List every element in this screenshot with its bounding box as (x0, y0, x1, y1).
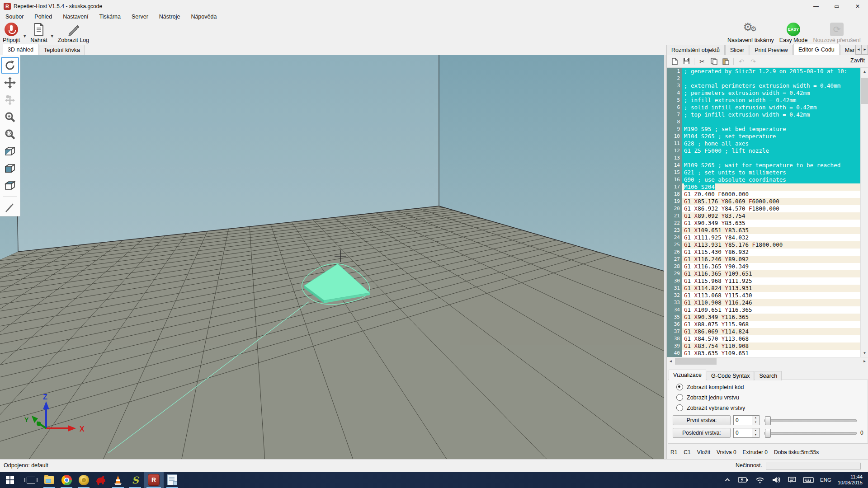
s-app-icon[interactable]: S (127, 472, 144, 488)
gcode-line[interactable]: 30G1 X115.968 Y111.925 (667, 277, 861, 285)
isometric-view-icon[interactable] (1, 143, 19, 160)
load-dropdown-arrow[interactable]: ▼ (50, 34, 54, 38)
gcode-line[interactable]: 23G1 X109.651 Y83.635 (667, 227, 861, 234)
gcode-line[interactable]: 20G1 X86.932 Y84.570 F1800.000 (667, 205, 861, 212)
last-layer-button[interactable]: Poslední vrstva: (673, 428, 731, 438)
vlc-icon[interactable] (109, 472, 127, 488)
gcode-line[interactable]: 4; perimeters extrusion width = 0.42mm (667, 89, 861, 97)
menu-item-pohled[interactable]: Pohled (29, 13, 57, 21)
zoom-fit-tool-icon[interactable] (1, 126, 19, 142)
first-layer-slider[interactable] (764, 416, 857, 425)
gcode-line[interactable]: 31G1 X114.824 Y113.931 (667, 285, 861, 292)
gcode-line[interactable]: 24G1 X111.925 Y84.032 (667, 234, 861, 241)
tab-scroll-left-icon[interactable]: ◄ (855, 45, 862, 55)
gcode-line[interactable]: 38G1 X84.570 Y113.068 (667, 335, 861, 343)
tab-teplotn-k-ivka[interactable]: Teplotní křivka (39, 45, 85, 55)
menu-item-nástroje[interactable]: Nástroje (154, 13, 186, 21)
last-layer-slider[interactable] (764, 428, 857, 437)
tab-3d-n-hled[interactable]: 3D náhled (3, 44, 38, 55)
spinner-arrows[interactable]: ▲▼ (752, 416, 759, 425)
touch-keyboard-icon[interactable] (803, 476, 814, 484)
gold-app-icon[interactable] (75, 472, 92, 488)
start-button[interactable] (0, 472, 20, 488)
scroll-right-icon[interactable]: ► (861, 357, 868, 365)
menu-item-soubor[interactable]: Soubor (0, 13, 29, 21)
scroll-left-icon[interactable]: ◄ (667, 357, 675, 365)
slider-thumb[interactable] (765, 416, 771, 425)
menu-item-nápověda[interactable]: Nápověda (185, 13, 222, 21)
menu-item-tiskárna[interactable]: Tiskárna (94, 13, 126, 21)
menu-item-server[interactable]: Server (126, 13, 154, 21)
gcode-line[interactable]: 1; generated by Slic3r 1.2.9 on 2015-08-… (667, 68, 861, 75)
tab-g-code-syntax[interactable]: G-Code Syntax (707, 371, 754, 380)
gcode-line[interactable]: 40G1 X83.635 Y109.651 (667, 350, 861, 357)
language-indicator[interactable]: ENG (820, 477, 831, 483)
gcode-line[interactable]: 28G1 X116.365 Y90.349 (667, 263, 861, 270)
gcode-line[interactable]: 6; solid infill extrusion width = 0.42mm (667, 104, 861, 111)
clock[interactable]: 11:44 10/08/2015 (838, 474, 863, 486)
gcode-line[interactable]: 16G90 ; use absolute coordinates (667, 176, 861, 183)
gcode-line[interactable]: 14M109 S265 ; wait for temperature to be… (667, 162, 861, 169)
close-button[interactable]: ✕ (847, 0, 868, 12)
paste-icon[interactable] (721, 57, 731, 66)
repetier-host-icon[interactable]: R (144, 472, 164, 488)
gcode-line[interactable]: 5; infill extrusion width = 0.42mm (667, 97, 861, 104)
scroll-up-icon[interactable]: ▲ (861, 68, 868, 75)
volume-icon[interactable] (771, 476, 781, 484)
tab-search[interactable]: Search (755, 371, 782, 380)
spinner-arrows[interactable]: ▲▼ (752, 428, 759, 437)
tab-manu-ln-ovl-d-n-[interactable]: Manuální ovládání (840, 45, 856, 55)
radio-zobrazit-vybran-vrstvy[interactable]: Zobrazit vybrané vrstvy (668, 403, 868, 413)
tab-editor-g-codu[interactable]: Editor G-Codu (793, 44, 840, 55)
gcode-line[interactable]: 36G1 X88.075 Y115.968 (667, 321, 861, 328)
editor-close-button[interactable]: Zavřít (850, 57, 865, 64)
gcode-line[interactable]: 33G1 X110.908 Y116.246 (667, 299, 861, 306)
file-explorer-icon[interactable] (41, 472, 58, 488)
wifi-icon[interactable] (755, 476, 765, 484)
rotate-tool-icon[interactable] (1, 57, 19, 74)
last-layer-spinner[interactable]: 0 ▲▼ (733, 428, 760, 438)
gcode-line[interactable]: 35G1 X90.349 Y116.365 (667, 314, 861, 321)
gcode-line[interactable]: 15G21 ; set units to millimeters (667, 169, 861, 176)
gcode-line[interactable]: 21G1 X89.092 Y83.754 (667, 212, 861, 220)
zoom-in-tool-icon[interactable] (1, 108, 19, 125)
vertical-scroll-thumb[interactable] (861, 78, 868, 104)
gcode-line[interactable]: 34G1 X109.651 Y116.365 (667, 306, 861, 314)
3d-viewport[interactable]: XZY (0, 55, 664, 459)
gcode-line[interactable]: 10M104 S265 ; set temperature (667, 133, 861, 140)
first-layer-spinner[interactable]: 0 ▲▼ (733, 415, 760, 425)
connect-dropdown-arrow[interactable]: ▼ (23, 34, 27, 38)
horizontal-scroll-thumb[interactable] (675, 358, 717, 365)
easy-mode-button[interactable]: EASY Easy Mode (777, 21, 811, 44)
radio-zobrazit-jednu-vrstvu[interactable]: Zobrazit jednu vrstvu (668, 392, 868, 403)
gcode-line[interactable]: 37G1 X86.069 Y114.824 (667, 328, 861, 335)
tray-chevron-icon[interactable] (723, 476, 731, 484)
notepad-icon[interactable] (164, 472, 181, 488)
tab-scroll-right-icon[interactable]: ► (862, 45, 868, 55)
first-layer-button[interactable]: První vrstva: (673, 415, 731, 425)
tab-rozm-st-n-objekt-[interactable]: Rozmístění objektů (666, 45, 725, 55)
gcode-line[interactable]: 39G1 X83.754 Y110.908 (667, 343, 861, 350)
gcode-line[interactable]: 13 (667, 155, 861, 162)
gcode-line[interactable]: 18G1 Z0.400 F6000.000 (667, 191, 861, 198)
gcode-line[interactable]: 27G1 X116.246 Y89.092 (667, 256, 861, 263)
gcode-line[interactable]: 32G1 X113.068 Y115.430 (667, 292, 861, 299)
save-icon[interactable] (681, 57, 691, 66)
red-dog-app-icon[interactable] (92, 472, 109, 488)
gcode-line[interactable]: 3; external perimeters extrusion width =… (667, 82, 861, 89)
gcode-line[interactable]: 19G1 X85.176 Y86.069 F6000.000 (667, 198, 861, 205)
tab-slicer[interactable]: Slicer (725, 45, 749, 55)
battery-ic[on[interactable] (738, 476, 749, 484)
gcode-line[interactable]: 17M106 S204 (667, 183, 861, 191)
printer-settings-button[interactable]: ⚙⚙ Nastavení tiskárny (725, 21, 777, 44)
notification-icon[interactable] (788, 476, 797, 484)
tab-print-preview[interactable]: Print Preview (750, 45, 793, 55)
gcode-line[interactable]: 22G1 X90.349 Y83.635 (667, 220, 861, 227)
scroll-down-icon[interactable]: ▼ (861, 349, 868, 357)
radio-zobrazit-kompletn-k-d[interactable]: Zobrazit kompletní kód (668, 382, 868, 392)
toggle-projection-icon[interactable] (1, 199, 19, 216)
maximize-button[interactable]: ▭ (826, 0, 847, 12)
front-view-icon[interactable] (1, 160, 19, 177)
gcode-line[interactable]: 9M190 S95 ; set bed temperature (667, 126, 861, 133)
show-log-button[interactable]: Zobrazit Log (55, 21, 92, 44)
